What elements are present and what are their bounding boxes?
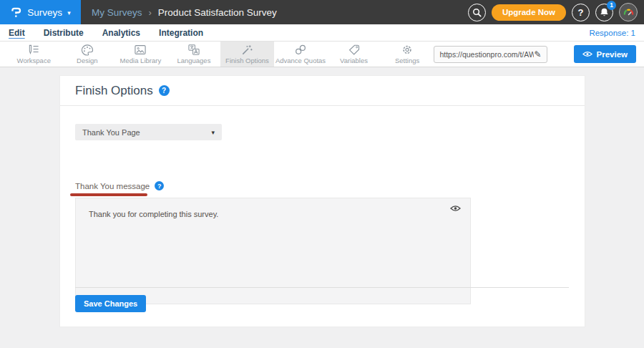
- help-button[interactable]: ?: [572, 4, 590, 21]
- preview-label: Preview: [597, 50, 628, 59]
- response-count[interactable]: Response: 1: [589, 29, 635, 37]
- surveys-menu[interactable]: Surveys ▾: [0, 0, 81, 24]
- survey-url-box: ✎: [434, 46, 547, 63]
- toolbar-item-languages[interactable]: Languages: [167, 42, 221, 67]
- survey-url-input[interactable]: [439, 50, 534, 59]
- chain-links-icon: [293, 44, 308, 56]
- gear-icon: [400, 44, 414, 56]
- notification-count-badge: 1: [607, 1, 616, 10]
- toolbar-label: Variables: [340, 57, 368, 64]
- toolbar-item-media-library[interactable]: Media Library: [114, 42, 167, 67]
- toolbar-label: Media Library: [120, 57, 162, 64]
- survey-section-nav: Edit Distribute Analytics Integration Re…: [0, 24, 644, 42]
- toolbar-label: Settings: [395, 57, 419, 64]
- workspace-icon: [26, 44, 41, 56]
- thank-you-message-editor[interactable]: Thank you for completing this survey.: [75, 198, 471, 304]
- edit-toolbar: Workspace Design Media Library Languages: [0, 42, 644, 67]
- toolbar-label: Advance Quotas: [275, 57, 326, 64]
- upgrade-now-button[interactable]: Upgrade Now: [492, 4, 566, 21]
- breadcrumb-separator-icon: ›: [149, 7, 152, 18]
- eye-icon: [582, 51, 592, 57]
- card-body: Thank You Page ▾ Thank You message ? Tha…: [60, 106, 585, 327]
- edit-url-pencil-icon[interactable]: ✎: [534, 49, 541, 59]
- preview-button[interactable]: Preview: [574, 45, 636, 63]
- page-title: Finish Options: [75, 84, 153, 98]
- toolbar-item-finish-options[interactable]: Finish Options: [220, 42, 274, 67]
- toolbar-label: Finish Options: [225, 57, 269, 64]
- questionpro-logo-icon: [10, 6, 22, 19]
- tab-analytics[interactable]: Analytics: [102, 28, 140, 38]
- red-annotation-underline: [70, 193, 147, 196]
- breadcrumb-my-surveys[interactable]: My Surveys: [92, 7, 142, 18]
- magic-wand-icon: [240, 44, 254, 56]
- product-label: Surveys: [27, 7, 62, 18]
- thank-you-message-help-icon[interactable]: ?: [155, 181, 164, 190]
- toolbar-label: Design: [77, 57, 98, 64]
- toolbar-item-settings[interactable]: Settings: [381, 42, 434, 67]
- finish-options-card: Finish Options ? Thank You Page ▾ Thank …: [59, 75, 585, 327]
- top-navigation-bar: Surveys ▾ My Surveys › Product Satisfact…: [0, 0, 644, 24]
- search-icon: [472, 8, 482, 17]
- chevron-down-icon: ▾: [211, 129, 215, 136]
- tag-icon: [347, 44, 361, 56]
- breadcrumb-current-survey: Product Satisfaction Survey: [158, 7, 277, 18]
- question-mark-icon: ?: [578, 7, 584, 18]
- tab-integration[interactable]: Integration: [159, 28, 203, 38]
- topbar-actions: Upgrade Now ? 1: [468, 3, 644, 21]
- palette-icon: [80, 44, 94, 56]
- tab-edit[interactable]: Edit: [9, 28, 25, 38]
- notifications-button[interactable]: 1: [595, 4, 613, 21]
- thank-you-message-text: Thank you for completing this survey.: [89, 210, 218, 218]
- toolbar-item-variables[interactable]: Variables: [327, 42, 381, 67]
- thank-you-message-label-row: Thank You message ?: [75, 181, 164, 190]
- chevron-down-icon: ▾: [67, 9, 71, 16]
- dropdown-selected-value: Thank You Page: [82, 128, 211, 137]
- breadcrumb: My Surveys › Product Satisfaction Survey: [92, 7, 277, 18]
- user-avatar[interactable]: [619, 3, 638, 21]
- page-background: Finish Options ? Thank You Page ▾ Thank …: [0, 67, 644, 348]
- toolbar-label: Workspace: [17, 57, 51, 64]
- toolbar-label: Languages: [177, 57, 210, 64]
- tab-distribute[interactable]: Distribute: [44, 28, 84, 38]
- editor-preview-eye-icon[interactable]: [450, 205, 461, 213]
- card-header: Finish Options ?: [60, 76, 585, 106]
- toolbar-item-advance-quotas[interactable]: Advance Quotas: [274, 42, 328, 67]
- section-divider: [75, 287, 569, 288]
- save-changes-button[interactable]: Save Changes: [75, 295, 146, 312]
- image-icon: [133, 44, 147, 56]
- search-button[interactable]: [468, 4, 486, 21]
- toolbar-item-workspace[interactable]: Workspace: [7, 42, 61, 67]
- toolbar-item-design[interactable]: Design: [61, 42, 114, 67]
- finish-options-help-icon[interactable]: ?: [159, 85, 170, 96]
- finish-type-dropdown[interactable]: Thank You Page ▾: [75, 124, 222, 140]
- thank-you-message-label: Thank You message: [75, 182, 150, 190]
- gauge-avatar-icon: [623, 6, 635, 19]
- translate-icon: [187, 44, 201, 56]
